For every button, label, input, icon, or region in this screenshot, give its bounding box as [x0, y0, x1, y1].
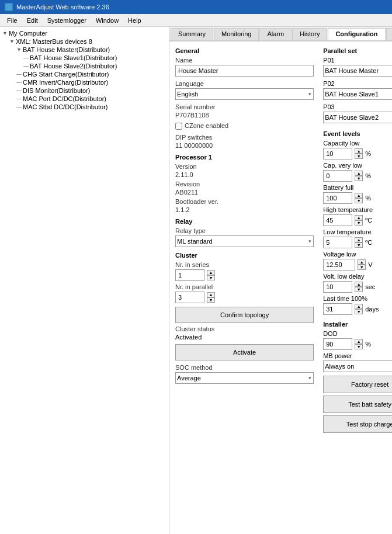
voltage-low-down[interactable]: ▼ — [358, 265, 366, 270]
tree-mac-port[interactable]: — MAC Port DC/DC(Distributor) — [2, 95, 166, 103]
czone-checkbox[interactable] — [175, 123, 182, 130]
cap-very-low-down[interactable]: ▼ — [355, 176, 363, 181]
parallel-input[interactable] — [175, 292, 204, 303]
activate-btn[interactable]: Activate — [175, 344, 314, 360]
last-time-100-label: Last time 100% — [323, 295, 392, 302]
soc-method-label: SOC method — [175, 364, 314, 371]
menu-systemlogger[interactable]: Systemlogger — [43, 16, 91, 25]
last-time-100-row: ▲ ▼ days — [323, 303, 392, 315]
language-label: Language — [175, 80, 314, 87]
high-temp-label: High temperature — [323, 206, 392, 213]
volt-low-delay-input[interactable] — [323, 281, 352, 293]
voltage-low-input[interactable] — [323, 259, 355, 271]
czone-row: CZone enabled — [175, 122, 314, 130]
title-bar: MasterAdjust Web software 2.36 — [0, 0, 392, 14]
high-temp-input[interactable] — [323, 214, 352, 226]
parallel-down-btn[interactable]: ▼ — [207, 297, 215, 303]
language-select[interactable]: English Dutch German French — [175, 88, 314, 100]
tree-dis-monitor[interactable]: — DIS Monitor(Distributor) — [2, 86, 166, 95]
tree-chg-start-charge[interactable]: — CHG Start Charge(Distributor) — [2, 70, 166, 78]
last-time-100-down[interactable]: ▼ — [355, 309, 363, 314]
cap-very-low-input[interactable] — [323, 170, 352, 182]
tab-configuration[interactable]: Configuration — [328, 28, 385, 40]
tree-expand-icon: ▼ — [16, 47, 22, 53]
battery-full-down[interactable]: ▼ — [355, 198, 363, 203]
tree-bat-house-slave1[interactable]: — BAT House Slave1(Distributor) — [2, 54, 166, 62]
last-time-100-input[interactable] — [323, 303, 352, 315]
tree-mac-stbd[interactable]: — MAC Stbd DC/DC(Distributor) — [2, 103, 166, 111]
test-batt-safety-btn[interactable]: Test batt safety — [323, 396, 392, 413]
tree-xml-masterbus[interactable]: ▼ XML: MasterBus devices 8 — [2, 37, 166, 46]
p01-select[interactable]: BAT House Master BAT House Slave1 BAT Ho… — [323, 65, 392, 77]
series-spinner-btns: ▲ ▼ — [207, 270, 215, 280]
soc-method-select[interactable]: Average Lowest Highest — [175, 372, 314, 384]
confirm-topology-btn[interactable]: Confirm topology — [175, 307, 314, 323]
p02-select[interactable]: BAT House Slave1 BAT House Master BAT Ho… — [323, 88, 392, 100]
dod-down[interactable]: ▼ — [355, 344, 363, 349]
version-label: Version — [175, 163, 314, 170]
czone-label: CZone enabled — [185, 122, 228, 129]
factory-reset-btn[interactable]: Factory reset — [323, 376, 392, 393]
left-column: General Name Language English Dutch Germ… — [175, 47, 314, 528]
capacity-low-input[interactable] — [323, 148, 352, 159]
name-input[interactable] — [175, 65, 314, 77]
battery-full-input[interactable] — [323, 192, 352, 204]
volt-low-delay-up[interactable]: ▲ — [355, 282, 363, 287]
installer-title: Installer — [323, 321, 392, 328]
relay-type-select[interactable]: ML standard Standard Latching — [175, 235, 314, 247]
dod-up[interactable]: ▲ — [355, 339, 363, 344]
capacity-low-up[interactable]: ▲ — [355, 148, 363, 154]
processor-section: Processor 1 Version 2.11.0 Revision AB02… — [175, 154, 314, 213]
test-stop-charge-btn[interactable]: Test stop charge — [323, 415, 392, 433]
tab-summary[interactable]: Summary — [171, 28, 213, 40]
tree-cmr-invert[interactable]: — CMR Invert/Charg(Distributor) — [2, 78, 166, 86]
low-temp-up[interactable]: ▲ — [355, 237, 363, 242]
cap-very-low-row: ▲ ▼ % — [323, 170, 392, 182]
volt-low-delay-btns: ▲ ▼ — [355, 282, 363, 292]
voltage-low-up[interactable]: ▲ — [358, 259, 366, 265]
serial-label: Serial number — [175, 103, 314, 110]
p03-select[interactable]: BAT House Slave2 BAT House Master BAT Ho… — [323, 112, 392, 123]
low-temp-input[interactable] — [323, 237, 352, 248]
volt-low-delay-row: ▲ ▼ sec — [323, 281, 392, 293]
tree-bat-house-slave2[interactable]: — BAT House Slave2(Distributor) — [2, 62, 166, 70]
high-temp-down[interactable]: ▼ — [355, 220, 363, 226]
low-temp-down[interactable]: ▼ — [355, 242, 363, 248]
tab-history[interactable]: History — [292, 28, 327, 40]
high-temp-row: ▲ ▼ ºC — [323, 214, 392, 226]
voltage-low-btns: ▲ ▼ — [358, 259, 366, 270]
volt-low-delay-item: Volt. low delay ▲ ▼ sec — [323, 273, 392, 293]
series-up-btn[interactable]: ▲ — [207, 270, 215, 275]
series-down-btn[interactable]: ▼ — [207, 275, 215, 280]
parallel-set-section: Parallel set P01 BAT House Master BAT Ho… — [323, 47, 392, 127]
volt-low-delay-down[interactable]: ▼ — [355, 287, 363, 292]
app-icon — [5, 3, 13, 11]
low-temp-btns: ▲ ▼ — [355, 237, 363, 248]
cap-very-low-up[interactable]: ▲ — [355, 171, 363, 176]
tab-alarm[interactable]: Alarm — [259, 28, 292, 40]
revision-label: Revision — [175, 181, 314, 188]
last-time-100-btns: ▲ ▼ — [355, 304, 363, 314]
parallel-up-btn[interactable]: ▲ — [207, 292, 215, 297]
version-value: 2.11.0 — [175, 171, 314, 178]
capacity-low-down[interactable]: ▼ — [355, 154, 363, 159]
low-temp-row: ▲ ▼ ºC — [323, 237, 392, 248]
high-temp-up[interactable]: ▲ — [355, 215, 363, 220]
mb-power-select[interactable]: Always on Auto — [323, 360, 392, 372]
low-temp-label: Low temperature — [323, 228, 392, 235]
cluster-section: Cluster Nr. in series ▲ ▼ Nr. in paralle… — [175, 252, 314, 384]
menu-window[interactable]: Window — [91, 16, 123, 25]
menu-edit[interactable]: Edit — [22, 16, 43, 25]
tab-monitoring[interactable]: Monitoring — [214, 28, 259, 40]
dod-input[interactable] — [323, 338, 352, 350]
event-levels-section: Event levels Capacity low ▲ ▼ % — [323, 130, 392, 317]
last-time-100-up[interactable]: ▲ — [355, 304, 363, 309]
menu-file[interactable]: File — [2, 16, 22, 25]
series-input[interactable] — [175, 269, 204, 281]
menu-help[interactable]: Help — [123, 16, 146, 25]
battery-full-up[interactable]: ▲ — [355, 193, 363, 198]
tree-bat-house-master[interactable]: ▼ BAT House Master(Distributor) — [2, 46, 166, 54]
tree-my-computer[interactable]: ▼ My Computer — [2, 29, 166, 37]
tab-events[interactable]: Events — [386, 28, 393, 40]
capacity-low-item: Capacity low ▲ ▼ % — [323, 140, 392, 159]
